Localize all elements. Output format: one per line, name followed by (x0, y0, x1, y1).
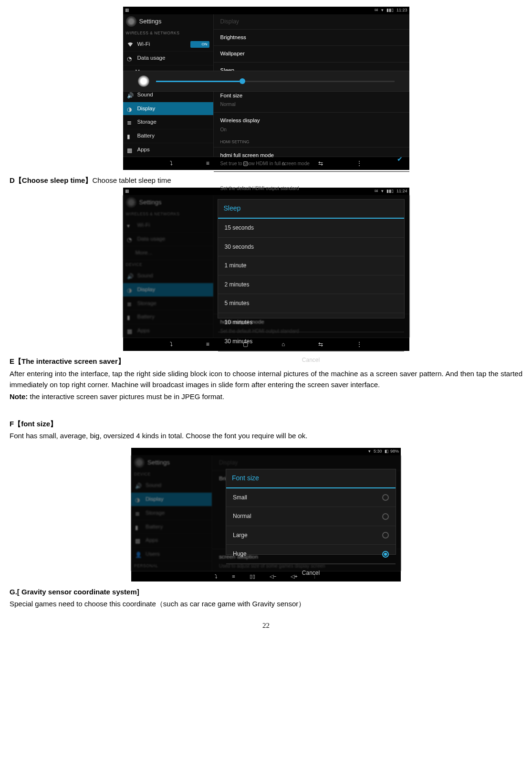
wifi-toggle[interactable]: ON (190, 41, 209, 48)
sidebar-item-apps[interactable]: ▦ Apps (123, 143, 213, 157)
slider-knob[interactable] (240, 78, 245, 84)
wifi-icon (127, 41, 134, 48)
page-number: 22 (10, 620, 522, 631)
section-e-body: After entering into the interface, tap t… (10, 368, 522, 391)
brightness-icon (138, 75, 149, 87)
section-f-body: Font has small, average, big, oversized … (10, 430, 522, 441)
font-option[interactable]: Small (226, 488, 396, 507)
sleep-option[interactable]: 5 minutes (218, 294, 404, 313)
nav-down-icon[interactable]: ⤵ (170, 340, 173, 349)
mail-icon: ✉ (375, 7, 378, 14)
recent-apps-icon: ▦ (125, 7, 129, 14)
sidebar-item-storage[interactable]: ≣ Storage (123, 116, 213, 129)
section-f-title: F【font size】 (10, 418, 522, 429)
dialog-title: Sleep (218, 200, 404, 219)
screenshot-font-size-dialog: ▾ 5:30 ◧ 98% Settings DEVICE 🔊Sound ◑Dis… (131, 448, 401, 581)
wifi-signal-icon: ▾ (381, 7, 384, 14)
sleep-option[interactable]: 30 seconds (218, 238, 404, 257)
sleep-option[interactable]: 1 minute (218, 256, 404, 275)
dialog-title: Font size (226, 469, 396, 488)
check-icon: ✔ (397, 154, 403, 165)
section-g-body: Special games need to choose this coordi… (10, 598, 522, 609)
settings-sidebar: Settings WIRELESS & NETWORKS ▾Wi-Fi ◔Dat… (123, 195, 214, 338)
data-icon: ◔ (127, 55, 134, 62)
settings-icon (126, 197, 136, 208)
row-hdmi-output[interactable]: hdmi output mode Set the default HDMI ou… (214, 171, 409, 196)
settings-icon (126, 16, 136, 27)
screenshot-display-brightness: ▦ ✉ ▾ ▮▮▯ 11:23 Settings WIRELESS & NETW… (123, 7, 409, 170)
sidebar-item-label: Battery (137, 132, 155, 140)
sidebar-item-label: Data usage (137, 54, 166, 63)
sleep-option[interactable]: 2 minutes (218, 275, 404, 295)
row-brightness[interactable]: Brightness (214, 29, 409, 46)
wifi-signal-icon: ▾ (368, 448, 371, 455)
sidebar-item-label: Apps (137, 146, 150, 154)
radio-icon (382, 494, 389, 501)
apps-icon: ▦ (127, 147, 134, 153)
font-size-dialog: Font size Small Normal Large Huge Cancel (226, 469, 396, 555)
sidebar-item-battery[interactable]: ▮ Battery (123, 129, 213, 143)
font-option[interactable]: Normal (226, 507, 396, 526)
sidebar-item-wifi[interactable]: Wi-Fi ON (123, 38, 213, 52)
screenshot-sleep-dialog: ▦ ✉ ▾ ▮▮▯ 11:24 Settings WIRELESS & NETW… (123, 188, 409, 351)
sidebar-item-display[interactable]: ◑ Display (123, 102, 213, 116)
font-option[interactable]: Large (226, 526, 396, 545)
settings-icon (134, 457, 145, 468)
cancel-button[interactable]: Cancel (218, 351, 404, 369)
nav-recent-icon[interactable]: ≡ (206, 340, 209, 349)
section-g-title: G.[ Gravity sensor coordinate system] (10, 586, 522, 597)
brightness-slider[interactable] (156, 81, 395, 82)
app-title-text: Settings (139, 17, 162, 26)
settings-sidebar: Settings DEVICE 🔊Sound ◑Display ≣Storage… (131, 455, 212, 571)
sound-icon: 🔊 (127, 92, 134, 98)
sleep-option[interactable]: 10 minutes (218, 313, 404, 332)
sleep-option[interactable]: 15 seconds (218, 219, 404, 238)
battery-icon: ▮▮▯ (386, 7, 394, 14)
status-bar: ▾ 5:30 ◧ 98% (131, 448, 401, 455)
recent-apps-icon: ▦ (125, 188, 129, 195)
status-bar: ▦ ✉ ▾ ▮▮▯ 11:23 (123, 7, 409, 14)
panel-title: Display (214, 14, 409, 29)
sidebar-item-label: Wi-Fi (137, 40, 150, 49)
radio-icon (382, 532, 389, 539)
app-title: Settings (123, 14, 213, 29)
section-wireless: WIRELESS & NETWORKS (123, 29, 213, 38)
brightness-slider-dialog[interactable] (123, 71, 409, 92)
clock: 11:23 (396, 7, 407, 14)
nav-recent-icon[interactable]: ≡ (206, 159, 209, 168)
section-hdmi: HDMI SETTING (214, 137, 409, 147)
radio-icon-selected (382, 551, 389, 558)
sidebar-item-label: Display (137, 105, 156, 113)
row-hdmi-fullscreen[interactable]: hdmi full screen mode Set true to show H… (214, 147, 409, 171)
battery-text: ◧ 98% (385, 448, 399, 455)
radio-icon (382, 513, 389, 520)
sidebar-item-label: Sound (137, 91, 153, 99)
sidebar-item-label: Storage (137, 118, 156, 127)
section-e-note: Note: the interactive screen saver pictu… (10, 391, 522, 402)
row-wireless-display[interactable]: Wireless display On (214, 112, 409, 137)
sleep-dialog: Sleep 15 seconds 30 seconds 1 minute 2 m… (218, 199, 405, 318)
battery-menu-icon: ▮ (127, 133, 134, 139)
display-icon: ◑ (127, 106, 134, 112)
sidebar-item-data-usage[interactable]: ◔ Data usage (123, 52, 213, 65)
clock: 5:30 (374, 448, 382, 455)
row-wallpaper[interactable]: Wallpaper (214, 45, 409, 62)
nav-down-icon[interactable]: ⤵ (170, 159, 173, 168)
storage-icon: ≣ (127, 119, 134, 126)
font-option[interactable]: Huge (226, 545, 396, 564)
cancel-button[interactable]: Cancel (226, 564, 396, 582)
sleep-option[interactable]: 30 minutes (218, 332, 404, 351)
